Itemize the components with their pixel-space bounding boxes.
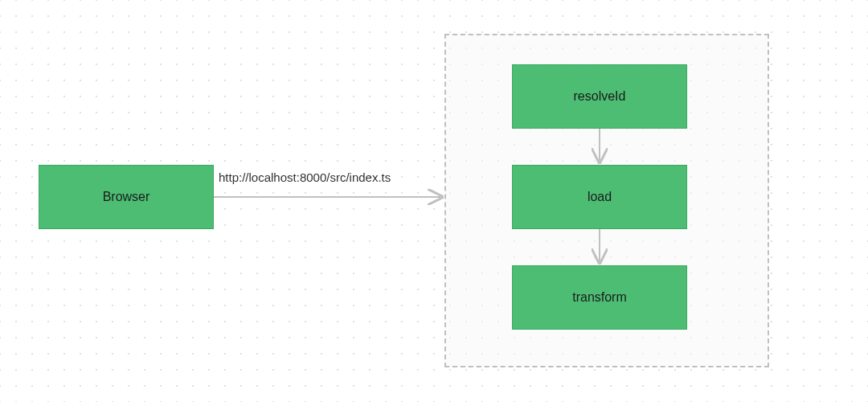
load-node: load	[512, 165, 687, 229]
load-label: load	[588, 190, 612, 204]
request-url-label: http://localhost:8000/src/index.ts	[219, 170, 391, 184]
transform-label: transform	[572, 290, 627, 305]
resolveid-label: resolveId	[574, 89, 626, 104]
resolveid-node: resolveId	[512, 64, 687, 129]
browser-node: Browser	[39, 165, 214, 229]
transform-node: transform	[512, 265, 687, 330]
browser-label: Browser	[103, 190, 150, 204]
